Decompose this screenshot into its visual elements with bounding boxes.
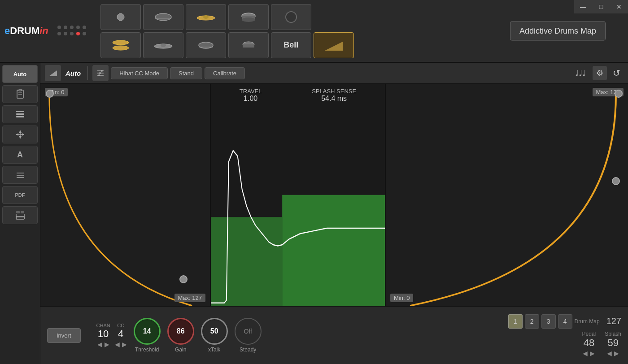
splash-down-button[interactable]: ◀ [607,350,612,357]
splash-arrows: ◀ ▶ [605,350,621,357]
number-button-3[interactable]: 3 [541,314,556,329]
sidebar-item-letter-a[interactable]: A [2,146,38,164]
svg-rect-23 [16,113,24,115]
sidebar-item-clipboard[interactable] [2,85,38,103]
pad-bell[interactable]: Bell [271,32,311,58]
tom-icon [237,9,260,25]
tab-mixer-icon[interactable] [92,65,109,81]
right-drag-top[interactable] [615,90,623,98]
snare2-icon [195,37,217,53]
svg-rect-48 [282,195,385,306]
chan-item: CHAN 10 ◀ ▶ [96,323,110,348]
pad-cymbal[interactable] [186,4,226,30]
tab-ramp-icon[interactable] [45,65,61,81]
chan-up-button[interactable]: ▶ [105,341,109,348]
number-buttons-row: 1 2 3 4 Drum Map 127 [508,314,621,329]
cc-up-button[interactable]: ▶ [122,341,127,348]
chan-label: CHAN [96,323,110,328]
pad-ramp[interactable] [314,32,354,58]
right-controls: 1 2 3 4 Drum Map 127 Pedal 48 ◀ ▶ [508,314,621,357]
svg-marker-17 [325,42,343,51]
visualization-area: Min: 0 Max: 127 TRAVEL 1.00 [40,84,628,306]
pad-hihat-open[interactable] [100,32,141,58]
number-button-4[interactable]: 4 [558,314,572,329]
dot-1 [57,26,61,29]
pad-cymbal2[interactable] [143,32,183,58]
sidebar-item-pdf[interactable]: PDF [2,186,38,204]
wave-display [211,106,385,306]
music-notes-icon: ♩♩♩ [575,68,586,78]
chan-down-button[interactable]: ◀ [97,341,102,348]
cc-down-button[interactable]: ◀ [115,341,120,348]
pad-tom2[interactable] [228,32,269,58]
number-button-2[interactable]: 2 [525,314,539,329]
refresh-button[interactable]: ↺ [609,66,624,80]
addictive-drums-map-button[interactable]: Addictive Drums Map [510,22,606,41]
pad-snare[interactable] [143,4,183,30]
left-curve-svg [40,84,210,306]
pad-tom[interactable] [228,4,269,30]
cymbal-icon [195,9,217,25]
cc-item: CC 4 ◀ ▶ [115,323,127,348]
svg-rect-38 [16,211,20,213]
left-curve-panel: Min: 0 Max: 127 [40,84,211,306]
sidebar-item-list[interactable] [2,105,38,123]
travel-label-group: TRAVEL 1.00 [240,88,262,103]
right-min-label: Min: 0 [390,294,413,302]
splash-label-group: SPLASH SENSE 54.4 ms [312,88,356,103]
svg-marker-27 [19,130,22,133]
dot-5 [83,26,86,29]
ramp-small-icon [48,68,58,78]
sidebar-item-lines[interactable] [2,166,38,184]
svg-point-13 [199,42,213,48]
drum-map-value: 127 [606,316,621,326]
close-button[interactable]: ✕ [610,0,628,13]
gain-label: Gain [167,347,194,353]
lines-icon [15,170,25,180]
left-drag-bottom[interactable] [179,275,188,283]
gain-value: 86 [177,327,185,335]
pdf-icon: PDF [15,192,25,198]
dot-8 [70,32,74,35]
splash-sense-value: 54.4 ms [312,95,356,103]
number-button-1[interactable]: 1 [508,314,523,329]
settings-gear-button[interactable]: ⚙ [593,66,607,80]
tab-hihat-cc-mode[interactable]: Hihat CC Mode [111,67,168,79]
tab-calibrate[interactable]: Calibrate [205,67,245,79]
xtalk-knob[interactable]: 50 [201,318,228,345]
minimize-button[interactable]: — [574,0,592,13]
pedal-down-button[interactable]: ◀ [583,350,588,357]
invert-button[interactable]: Invert [47,328,81,343]
svg-rect-16 [243,44,254,48]
threshold-knob[interactable]: 14 [134,318,161,345]
pad-snare2[interactable] [186,32,226,58]
sidebar-item-grid[interactable] [2,206,38,224]
sidebar-item-auto[interactable]: Auto [2,65,38,83]
grid-icon [15,210,25,220]
svg-rect-19 [19,89,22,91]
left-drag-top[interactable] [46,90,54,98]
splash-up-button[interactable]: ▶ [614,350,619,357]
tab-stand[interactable]: Stand [170,67,202,79]
pad-kick[interactable] [271,4,311,30]
travel-label: TRAVEL [240,88,262,95]
svg-marker-28 [19,136,22,139]
maximize-button[interactable]: □ [592,0,610,13]
pedal-up-button[interactable]: ▶ [590,350,595,357]
gain-knob[interactable]: 86 [167,318,194,345]
pad-hihat-closed[interactable] [100,4,141,30]
cymbal2-icon [152,37,174,53]
svg-point-10 [113,46,129,50]
hihat-open-icon [109,37,132,53]
svg-point-44 [99,72,101,74]
svg-point-46 [98,74,100,76]
svg-marker-30 [22,133,24,136]
svg-marker-40 [49,70,57,76]
mixer-icon [96,68,105,78]
sidebar-item-arrows[interactable] [2,126,38,143]
dot-grid [57,26,87,36]
svg-rect-24 [16,116,24,117]
splash-label: Splash [605,331,621,337]
chan-cc-group: CHAN 10 ◀ ▶ CC 4 ◀ ▶ [96,323,127,348]
right-curve-panel: Max: 127 Min: 0 [386,84,628,306]
